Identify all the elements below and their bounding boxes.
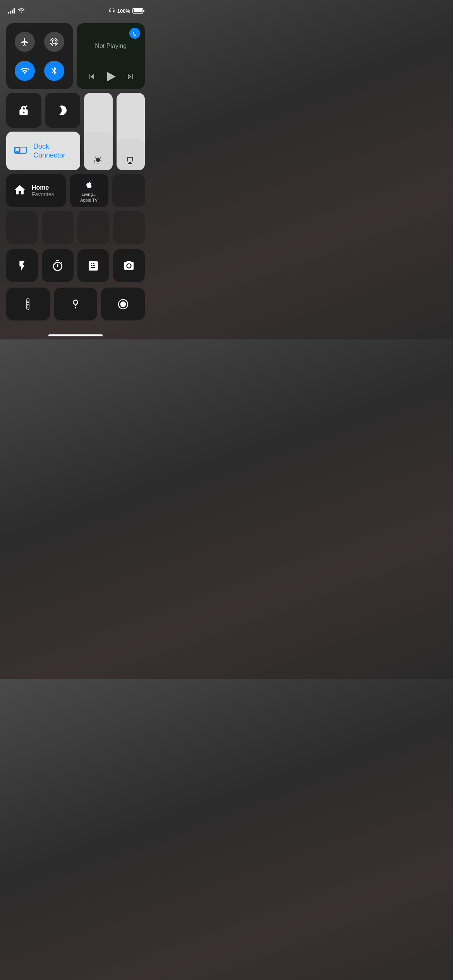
airplane-mode-button[interactable]: [15, 32, 35, 52]
skip-back-button[interactable]: [86, 71, 97, 82]
airplay-top-button[interactable]: [129, 28, 140, 39]
bluetooth-toggle-button[interactable]: [44, 61, 64, 81]
empty-panel-1: [112, 174, 145, 207]
empty-panel-5: [113, 211, 145, 244]
control-center: Not Playing: [0, 19, 151, 328]
middle-row: Dock Connector: [6, 93, 145, 170]
brightness-slider[interactable]: [84, 93, 112, 170]
dock-connector-label: Dock Connector: [33, 142, 65, 160]
svg-point-5: [27, 302, 28, 303]
skip-forward-button[interactable]: [125, 71, 136, 82]
empty-panel-4: [77, 211, 109, 244]
dock-connector-icon: [13, 143, 28, 159]
signal-bars-icon: [8, 8, 15, 14]
svg-point-6: [27, 303, 28, 304]
bottom-icons-row-1: [6, 249, 145, 282]
wifi-toggle-button[interactable]: [15, 61, 35, 81]
brightness-icon: [93, 155, 104, 166]
home-text: Home Favorites: [32, 184, 54, 197]
now-playing-panel[interactable]: Not Playing: [77, 23, 145, 89]
home-icon: [13, 183, 26, 198]
camera-button[interactable]: [113, 249, 145, 282]
svg-point-14: [29, 303, 29, 304]
wifi-status-icon: [18, 8, 25, 14]
svg-point-7: [27, 305, 28, 306]
svg-point-11: [27, 302, 27, 303]
svg-point-10: [29, 300, 29, 301]
battery-fill: [134, 9, 142, 12]
hearing-button[interactable]: [54, 288, 98, 320]
empty-row: [6, 211, 145, 244]
svg-point-12: [29, 302, 29, 303]
headphones-icon: [109, 7, 115, 15]
sliders-container: [84, 93, 145, 170]
empty-panel-2: [6, 211, 38, 244]
svg-point-9: [27, 300, 27, 301]
status-right: 100%: [109, 7, 143, 15]
calculator-button[interactable]: [77, 249, 109, 282]
cellular-button[interactable]: [44, 32, 64, 52]
airplay-volume-slider[interactable]: [117, 93, 145, 170]
airplay-slider-icon: [125, 155, 136, 166]
battery-icon: [132, 8, 143, 14]
playback-controls: [82, 70, 139, 84]
svg-point-8: [27, 307, 28, 307]
screen-record-button[interactable]: [101, 288, 145, 320]
apple-tv-text: Living... Apple TV: [80, 192, 98, 203]
dock-connector-button[interactable]: Dock Connector: [6, 132, 80, 170]
orientation-lock-button[interactable]: [6, 93, 41, 128]
svg-point-13: [27, 303, 27, 304]
play-button[interactable]: [104, 70, 118, 84]
top-row: Not Playing: [6, 23, 145, 89]
connectivity-panel: [6, 23, 73, 89]
home-subtitle: Favorites: [32, 191, 54, 197]
empty-panel-3: [42, 211, 74, 244]
bottom-icons-row-2: [6, 288, 145, 320]
home-indicator[interactable]: [48, 334, 103, 336]
apple-tv-icon: [83, 178, 95, 191]
home-row: Home Favorites Living... Apple TV: [6, 174, 145, 207]
left-controls: Dock Connector: [6, 93, 80, 170]
do-not-disturb-button[interactable]: [45, 93, 81, 128]
apple-tv-button[interactable]: Living... Apple TV: [70, 174, 108, 207]
svg-rect-2: [15, 148, 19, 153]
battery-percent: 100%: [117, 8, 130, 14]
svg-point-16: [120, 301, 126, 307]
home-title: Home: [32, 184, 54, 191]
svg-point-4: [27, 300, 28, 301]
status-left: [8, 8, 25, 14]
now-playing-title: Not Playing: [82, 39, 139, 50]
home-favorites-button[interactable]: Home Favorites: [6, 174, 66, 207]
status-bar: 100%: [0, 0, 151, 19]
remote-button[interactable]: [6, 288, 50, 320]
flashlight-button[interactable]: [6, 249, 38, 282]
timer-button[interactable]: [42, 249, 74, 282]
